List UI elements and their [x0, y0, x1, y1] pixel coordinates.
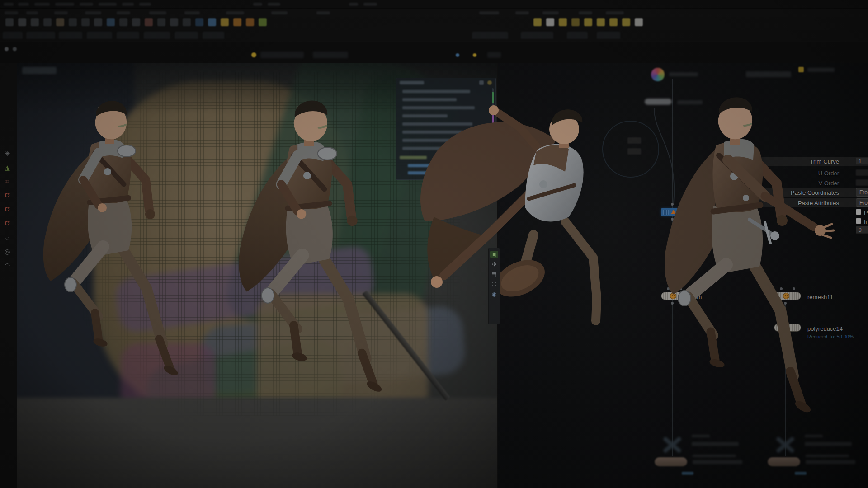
- shelf-tool-icon[interactable]: [107, 18, 115, 26]
- menu-item[interactable]: [349, 3, 358, 6]
- pane-toolbars: [0, 42, 868, 63]
- character-node-icon[interactable]: [651, 68, 665, 81]
- viewport-side-toolbar: ▣ ✣ ▤ ⛶ ◉: [488, 248, 500, 324]
- shelf-tool-icon[interactable]: [94, 18, 102, 26]
- shelf-tool-icon[interactable]: [119, 18, 127, 26]
- shelf-tool-icon[interactable]: [622, 18, 630, 26]
- panel-icon[interactable]: [479, 80, 484, 85]
- menu-item[interactable]: [268, 3, 280, 6]
- snapshot-icon[interactable]: ⛶: [490, 281, 498, 288]
- toolbar-row: [0, 9, 868, 17]
- menu-item[interactable]: [99, 3, 117, 6]
- warning-icon: [798, 67, 804, 72]
- shelf-tool-icon[interactable]: [31, 18, 39, 26]
- spreadsheet-title: [400, 81, 424, 84]
- shelf-tool-icon[interactable]: [259, 18, 267, 26]
- shelf-tool-icon[interactable]: [81, 18, 90, 26]
- menu-item[interactable]: [253, 3, 262, 6]
- shelf-tab[interactable]: [597, 32, 620, 39]
- shelf-tool-icon[interactable]: [597, 18, 605, 26]
- character-runner-svg: [193, 90, 415, 407]
- location-pin-icon[interactable]: ◉: [490, 291, 498, 298]
- shelf-tab[interactable]: [59, 32, 82, 39]
- fan-icon[interactable]: ✣: [490, 261, 498, 268]
- menu-item[interactable]: [363, 3, 377, 6]
- shelf-tool-icon[interactable]: [584, 18, 592, 26]
- character-pose-4: [616, 84, 868, 450]
- shelf-tab[interactable]: [87, 32, 112, 39]
- viewport-tab[interactable]: [260, 52, 304, 58]
- shelf-tools-right: [533, 18, 643, 29]
- shelf-tool-icon[interactable]: [56, 18, 64, 26]
- shelf-tab[interactable]: [3, 32, 23, 39]
- shelf-tab[interactable]: [567, 32, 588, 39]
- character-runner-svg: [10, 91, 200, 389]
- shelf-tool-icon[interactable]: [609, 18, 618, 26]
- shelf-tool-icon[interactable]: [559, 18, 567, 26]
- output-node-blurred[interactable]: [655, 457, 687, 466]
- shelf-tool-icon[interactable]: [533, 18, 542, 26]
- menu-item[interactable]: [34, 3, 50, 6]
- viewport-tab[interactable]: [313, 52, 348, 58]
- panel-icon[interactable]: [487, 80, 492, 85]
- output-node-blurred[interactable]: [768, 457, 800, 466]
- shelf-tool-icon[interactable]: [183, 18, 191, 26]
- shelf-tools-left: [5, 18, 267, 29]
- shelf-tool-icon[interactable]: [157, 18, 165, 26]
- shelf-tabs: [0, 30, 868, 41]
- shelf-tool-icon[interactable]: [145, 18, 153, 26]
- toolbar-icon-yellow[interactable]: [473, 53, 476, 57]
- shelf-tool-icon[interactable]: [5, 18, 14, 26]
- node-label-blurred: [669, 72, 698, 76]
- character-pose-1: [10, 91, 200, 389]
- shelf-tab[interactable]: [472, 32, 508, 39]
- menu-item[interactable]: [55, 3, 74, 6]
- node-tag-blue: [682, 472, 693, 475]
- shelf-tool-icon[interactable]: [43, 18, 52, 26]
- live-sync-icon[interactable]: [251, 52, 256, 57]
- mode-icon[interactable]: [13, 47, 17, 51]
- shelf-tab[interactable]: [26, 32, 55, 39]
- toolbar-icon-blue[interactable]: [456, 53, 459, 57]
- shelf-tab[interactable]: [521, 32, 553, 39]
- shelf-tool-icon[interactable]: [571, 18, 580, 26]
- shelf-tool-icon[interactable]: [635, 18, 643, 26]
- shelf-tool-icon[interactable]: [208, 18, 216, 26]
- character-pose-2: [193, 90, 415, 407]
- shelf-tab[interactable]: [203, 32, 224, 39]
- shelf-tab[interactable]: [117, 32, 139, 39]
- shelf-tool-icon[interactable]: [246, 18, 254, 26]
- shelf-tool-icon[interactable]: [233, 18, 241, 26]
- menu-bar: [0, 0, 868, 9]
- shelf-tool-icon[interactable]: [546, 18, 554, 26]
- mode-icon[interactable]: [5, 47, 9, 51]
- shelf-tool-icon[interactable]: [18, 18, 26, 26]
- grid-book-icon[interactable]: ▤: [490, 271, 498, 278]
- shelf-tab[interactable]: [144, 32, 170, 39]
- toolbar-chip[interactable]: [487, 52, 501, 58]
- camera-icon[interactable]: ▣: [490, 251, 498, 258]
- menu-item[interactable]: [80, 3, 93, 6]
- viewport-pane-tab[interactable]: [22, 67, 57, 74]
- shelf-tool-icon[interactable]: [170, 18, 178, 26]
- menu-item[interactable]: [18, 3, 29, 6]
- shelf-tool-icon[interactable]: [132, 18, 140, 26]
- character-pose-3: [384, 86, 619, 339]
- menu-item[interactable]: [139, 3, 151, 6]
- shelf-tool-icon[interactable]: [221, 18, 229, 26]
- node-tag-blue: [795, 472, 807, 475]
- houdini-workspace: ✳ ◮ ⌗ Ω Ω Ω ◌ ◎ ◠ ▣ ✣ ▤ ⛶ ◉: [0, 0, 868, 488]
- menu-item[interactable]: [4, 3, 14, 6]
- menu-item[interactable]: [122, 3, 134, 6]
- shelf-tool-icon[interactable]: [69, 18, 77, 26]
- shelf-tool-icon[interactable]: [195, 18, 203, 26]
- shelf-tab[interactable]: [175, 32, 198, 39]
